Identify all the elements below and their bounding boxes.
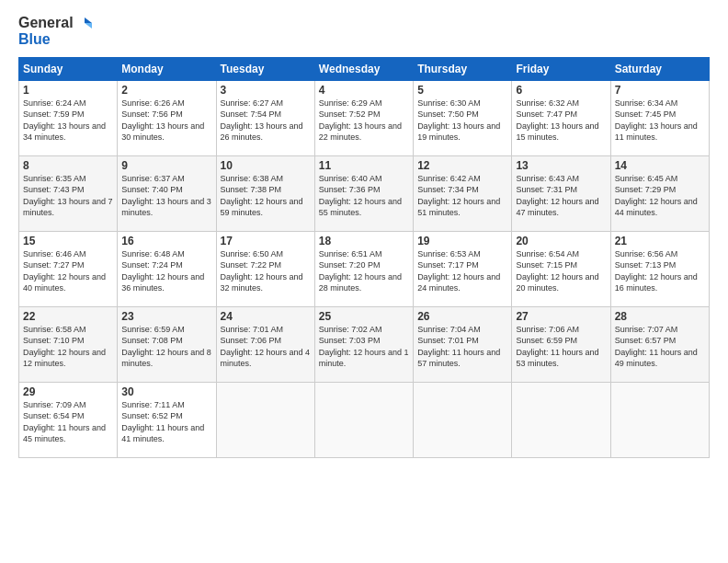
calendar-day-cell: 16Sunrise: 6:48 AMSunset: 7:24 PMDayligh…: [118, 231, 216, 306]
day-info: Sunrise: 7:09 AMSunset: 6:54 PMDaylight:…: [23, 399, 113, 445]
day-number: 1: [23, 84, 113, 97]
day-number: 29: [23, 385, 113, 398]
col-saturday: Saturday: [610, 57, 709, 80]
day-number: 7: [615, 84, 705, 97]
day-number: 17: [221, 235, 311, 247]
calendar-day-cell: 27Sunrise: 7:06 AMSunset: 6:59 PMDayligh…: [512, 306, 610, 382]
day-number: 26: [417, 310, 507, 323]
calendar-day-cell: [216, 382, 314, 457]
day-number: 25: [319, 310, 409, 323]
day-info: Sunrise: 6:34 AMSunset: 7:45 PMDaylight:…: [615, 98, 705, 144]
day-info: Sunrise: 6:30 AMSunset: 7:50 PMDaylight:…: [417, 98, 507, 144]
day-info: Sunrise: 6:50 AMSunset: 7:22 PMDaylight:…: [221, 248, 311, 294]
day-number: 30: [121, 385, 211, 398]
day-number: 23: [121, 310, 211, 323]
logo-container: General Blue: [18, 15, 92, 48]
col-wednesday: Wednesday: [314, 57, 413, 80]
col-thursday: Thursday: [414, 57, 512, 80]
calendar-day-cell: 28Sunrise: 7:07 AMSunset: 6:57 PMDayligh…: [610, 306, 709, 382]
calendar-day-cell: 10Sunrise: 6:38 AMSunset: 7:38 PMDayligh…: [216, 155, 314, 231]
day-info: Sunrise: 7:01 AMSunset: 7:06 PMDaylight:…: [221, 324, 311, 370]
calendar-week-row: 1Sunrise: 6:24 AMSunset: 7:59 PMDaylight…: [19, 80, 710, 155]
day-number: 24: [221, 310, 311, 323]
calendar-day-cell: 7Sunrise: 6:34 AMSunset: 7:45 PMDaylight…: [610, 80, 709, 155]
calendar-day-cell: 30Sunrise: 7:11 AMSunset: 6:52 PMDayligh…: [118, 382, 216, 457]
calendar-day-cell: 4Sunrise: 6:29 AMSunset: 7:52 PMDaylight…: [314, 80, 413, 155]
calendar-day-cell: 23Sunrise: 6:59 AMSunset: 7:08 PMDayligh…: [118, 306, 216, 382]
calendar-week-row: 15Sunrise: 6:46 AMSunset: 7:27 PMDayligh…: [19, 231, 710, 306]
day-info: Sunrise: 7:11 AMSunset: 6:52 PMDaylight:…: [121, 399, 211, 445]
calendar-day-cell: [610, 382, 709, 457]
logo: General Blue: [18, 15, 92, 48]
calendar-day-cell: 5Sunrise: 6:30 AMSunset: 7:50 PMDaylight…: [414, 80, 512, 155]
calendar-day-cell: [512, 382, 610, 457]
logo-blue: Blue: [18, 31, 51, 48]
calendar-day-cell: 3Sunrise: 6:27 AMSunset: 7:54 PMDaylight…: [216, 80, 314, 155]
svg-marker-0: [85, 17, 92, 23]
day-number: 12: [417, 159, 507, 172]
day-info: Sunrise: 6:24 AMSunset: 7:59 PMDaylight:…: [23, 98, 113, 144]
calendar-table: Sunday Monday Tuesday Wednesday Thursday…: [18, 57, 710, 458]
day-number: 19: [417, 235, 507, 247]
svg-marker-1: [85, 23, 92, 29]
day-number: 14: [615, 159, 705, 172]
day-info: Sunrise: 6:32 AMSunset: 7:47 PMDaylight:…: [516, 98, 606, 144]
calendar-header-row: Sunday Monday Tuesday Wednesday Thursday…: [19, 57, 710, 80]
day-info: Sunrise: 6:54 AMSunset: 7:15 PMDaylight:…: [516, 248, 606, 294]
calendar-week-row: 8Sunrise: 6:35 AMSunset: 7:43 PMDaylight…: [19, 155, 710, 231]
logo-general: General: [18, 15, 74, 31]
day-info: Sunrise: 7:04 AMSunset: 7:01 PMDaylight:…: [417, 324, 507, 370]
calendar-day-cell: 2Sunrise: 6:26 AMSunset: 7:56 PMDaylight…: [118, 80, 216, 155]
calendar-day-cell: 20Sunrise: 6:54 AMSunset: 7:15 PMDayligh…: [512, 231, 610, 306]
calendar-day-cell: 8Sunrise: 6:35 AMSunset: 7:43 PMDaylight…: [19, 155, 118, 231]
day-info: Sunrise: 6:38 AMSunset: 7:38 PMDaylight:…: [221, 173, 311, 219]
day-info: Sunrise: 7:07 AMSunset: 6:57 PMDaylight:…: [615, 324, 705, 370]
day-info: Sunrise: 6:42 AMSunset: 7:34 PMDaylight:…: [417, 173, 507, 219]
day-number: 2: [121, 84, 211, 97]
day-info: Sunrise: 6:58 AMSunset: 7:10 PMDaylight:…: [23, 324, 113, 370]
calendar-day-cell: 11Sunrise: 6:40 AMSunset: 7:36 PMDayligh…: [314, 155, 413, 231]
calendar-day-cell: 17Sunrise: 6:50 AMSunset: 7:22 PMDayligh…: [216, 231, 314, 306]
col-tuesday: Tuesday: [216, 57, 314, 80]
day-info: Sunrise: 6:40 AMSunset: 7:36 PMDaylight:…: [319, 173, 409, 219]
day-info: Sunrise: 6:45 AMSunset: 7:29 PMDaylight:…: [615, 173, 705, 219]
calendar-day-cell: 26Sunrise: 7:04 AMSunset: 7:01 PMDayligh…: [414, 306, 512, 382]
col-friday: Friday: [512, 57, 610, 80]
day-info: Sunrise: 7:02 AMSunset: 7:03 PMDaylight:…: [319, 324, 409, 370]
calendar-day-cell: 29Sunrise: 7:09 AMSunset: 6:54 PMDayligh…: [19, 382, 118, 457]
calendar-day-cell: 6Sunrise: 6:32 AMSunset: 7:47 PMDaylight…: [512, 80, 610, 155]
day-info: Sunrise: 6:56 AMSunset: 7:13 PMDaylight:…: [615, 248, 705, 294]
day-info: Sunrise: 6:51 AMSunset: 7:20 PMDaylight:…: [319, 248, 409, 294]
calendar-day-cell: 1Sunrise: 6:24 AMSunset: 7:59 PMDaylight…: [19, 80, 118, 155]
day-info: Sunrise: 6:43 AMSunset: 7:31 PMDaylight:…: [516, 173, 606, 219]
day-number: 27: [516, 310, 606, 323]
day-number: 21: [615, 235, 705, 247]
day-number: 8: [23, 159, 113, 172]
day-number: 6: [516, 84, 606, 97]
day-number: 18: [319, 235, 409, 247]
calendar-day-cell: 25Sunrise: 7:02 AMSunset: 7:03 PMDayligh…: [314, 306, 413, 382]
day-number: 20: [516, 235, 606, 247]
day-info: Sunrise: 6:26 AMSunset: 7:56 PMDaylight:…: [121, 98, 211, 144]
col-monday: Monday: [118, 57, 216, 80]
day-number: 11: [319, 159, 409, 172]
calendar-day-cell: 21Sunrise: 6:56 AMSunset: 7:13 PMDayligh…: [610, 231, 709, 306]
day-number: 22: [23, 310, 113, 323]
day-info: Sunrise: 6:37 AMSunset: 7:40 PMDaylight:…: [121, 173, 211, 219]
day-number: 10: [221, 159, 311, 172]
calendar-day-cell: 14Sunrise: 6:45 AMSunset: 7:29 PMDayligh…: [610, 155, 709, 231]
calendar-day-cell: 13Sunrise: 6:43 AMSunset: 7:31 PMDayligh…: [512, 155, 610, 231]
day-number: 3: [221, 84, 311, 97]
day-info: Sunrise: 6:35 AMSunset: 7:43 PMDaylight:…: [23, 173, 113, 219]
calendar-day-cell: 18Sunrise: 6:51 AMSunset: 7:20 PMDayligh…: [314, 231, 413, 306]
day-info: Sunrise: 6:46 AMSunset: 7:27 PMDaylight:…: [23, 248, 113, 294]
day-number: 16: [121, 235, 211, 247]
calendar-day-cell: [314, 382, 413, 457]
calendar-day-cell: [414, 382, 512, 457]
day-info: Sunrise: 6:29 AMSunset: 7:52 PMDaylight:…: [319, 98, 409, 144]
calendar-day-cell: 15Sunrise: 6:46 AMSunset: 7:27 PMDayligh…: [19, 231, 118, 306]
day-number: 4: [319, 84, 409, 97]
calendar-day-cell: 12Sunrise: 6:42 AMSunset: 7:34 PMDayligh…: [414, 155, 512, 231]
day-number: 28: [615, 310, 705, 323]
logo-bird-icon: [75, 15, 92, 31]
